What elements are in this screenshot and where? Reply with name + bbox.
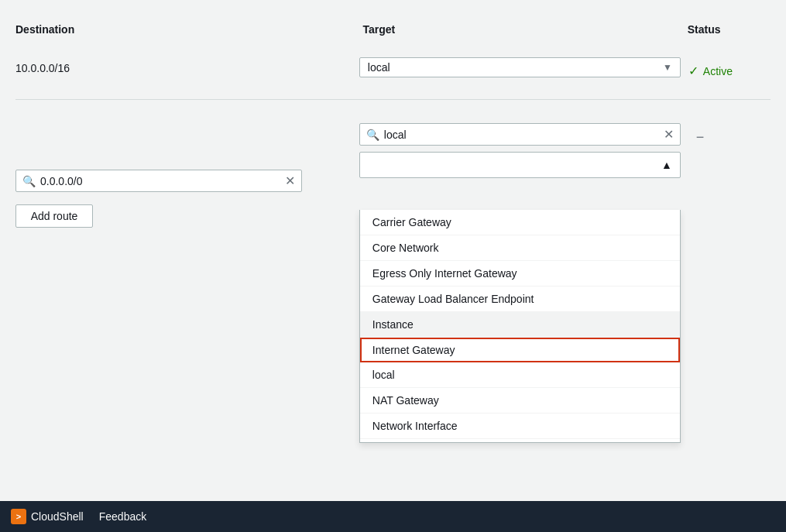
dropdown-scroll-area[interactable]: Carrier Gateway Core Network Egress Only… [360, 210, 680, 442]
target-search-icon: 🔍 [366, 129, 379, 141]
route-row-1: 10.0.0.0/16 local ▼ ✓ Active [15, 50, 771, 91]
target-col-2: 🔍 ✕ ▲ Carrier Gateway Core Network Egres… [359, 123, 681, 178]
bottom-bar: > CloudShell Feedback [0, 501, 786, 532]
chevron-up-icon: ▲ [661, 159, 672, 171]
check-circle-icon: ✓ [688, 63, 698, 78]
remove-route-icon[interactable]: − [688, 123, 771, 146]
destination-value-1: 10.0.0.0/16 [15, 57, 359, 79]
feedback-link[interactable]: Feedback [99, 510, 146, 523]
cloudshell-icon: > [11, 509, 26, 524]
status-badge: ✓ Active [688, 57, 771, 78]
status-column-header: Status [680, 23, 771, 42]
target-search-input[interactable] [384, 129, 661, 141]
table-header: Destination Target Status [15, 23, 771, 50]
search-icon: 🔍 [22, 175, 36, 187]
target-search-wrapper[interactable]: 🔍 ✕ [359, 123, 681, 146]
route-row-2: 🔍 ✕ Add route 🔍 ✕ ▲ Carrier Ga [15, 115, 771, 235]
type-select-wrapper[interactable]: ▲ [359, 152, 681, 178]
target-column-header: Target [362, 23, 679, 42]
dropdown-item-local[interactable]: local [360, 362, 680, 388]
dropdown-item-carrier-gateway[interactable]: Carrier Gateway [360, 210, 680, 235]
dropdown-item-outpost-local-gateway[interactable]: Outpost Local Gateway [360, 439, 680, 442]
status-text: Active [703, 65, 733, 77]
clear-destination-icon[interactable]: ✕ [285, 173, 295, 188]
dropdown-item-core-network[interactable]: Core Network [360, 235, 680, 261]
target-type-dropdown: Carrier Gateway Core Network Egress Only… [359, 210, 681, 443]
destination-col-1: 10.0.0.0/16 [15, 57, 359, 79]
chevron-down-icon: ▼ [663, 62, 672, 73]
target-select-value-1: local [368, 61, 663, 74]
target-select-1[interactable]: local ▼ [359, 57, 681, 77]
main-content: Destination Target Status 10.0.0.0/16 lo… [0, 0, 786, 480]
dropdown-item-egress-only[interactable]: Egress Only Internet Gateway [360, 261, 680, 287]
divider [15, 99, 771, 100]
dropdown-item-gateway-lb[interactable]: Gateway Load Balancer Endpoint [360, 287, 680, 312]
clear-target-icon[interactable]: ✕ [664, 127, 674, 142]
dropdown-item-network-interface[interactable]: Network Interface [360, 414, 680, 439]
add-route-button[interactable]: Add route [15, 204, 93, 228]
status-label: Status [688, 23, 771, 36]
cloudshell-logo[interactable]: > CloudShell [11, 509, 84, 524]
dropdown-item-instance[interactable]: Instance [360, 312, 680, 338]
destination-search-wrapper[interactable]: 🔍 ✕ [15, 170, 302, 192]
destination-col-2: 🔍 ✕ Add route [15, 123, 359, 228]
dropdown-item-nat-gateway[interactable]: NAT Gateway [360, 388, 680, 414]
dropdown-item-internet-gateway[interactable]: Internet Gateway [360, 338, 680, 362]
target-col-1: local ▼ [359, 57, 681, 84]
destination-column-header: Destination [15, 23, 362, 42]
status-col-1: ✓ Active [681, 57, 771, 78]
destination-input[interactable] [40, 175, 282, 187]
target-label: Target [362, 23, 679, 36]
status-col-2: − [681, 123, 771, 146]
cloudshell-label: CloudShell [31, 510, 84, 523]
destination-label: Destination [15, 23, 362, 36]
